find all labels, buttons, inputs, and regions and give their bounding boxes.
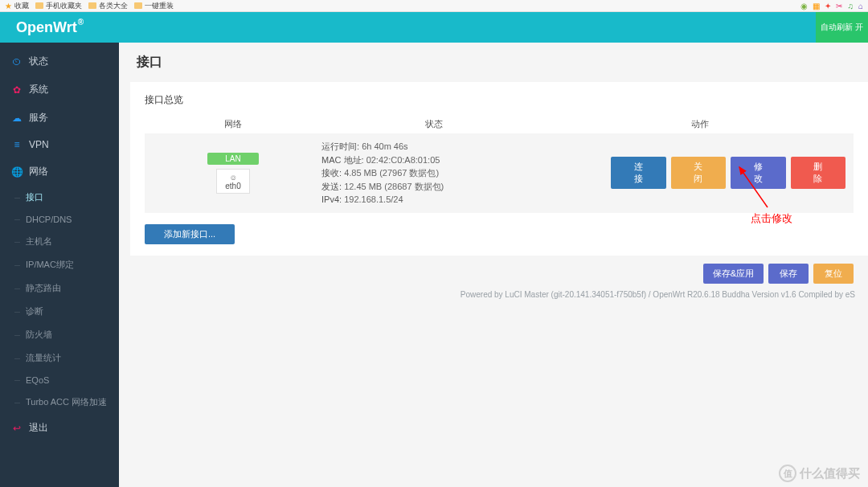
network-badge: LAN	[207, 153, 258, 165]
dashboard-icon: ⏲	[11, 56, 23, 68]
table-row: LAN ⌾ eth0 运行时间: 6h 40m 46s MAC 地址: 02:4…	[145, 133, 854, 213]
logout-icon: ↩	[11, 423, 23, 434]
cell-status: 运行时间: 6h 40m 46s MAC 地址: 02:42:C0:A8:01:…	[321, 140, 611, 207]
sidebar-sub-diag[interactable]: 诊断	[0, 300, 119, 323]
sidebar-sub-firewall[interactable]: 防火墙	[0, 323, 119, 346]
folder-icon	[35, 2, 43, 9]
col-network: 网络	[145, 118, 321, 130]
ifname-label: eth0	[225, 182, 240, 190]
sidebar-item-network[interactable]: 🌐网络	[0, 158, 119, 186]
sidebar-sub-traffic[interactable]: 流量统计	[0, 346, 119, 370]
ext-icon[interactable]: ♫	[847, 2, 854, 10]
interface-table: 网络 状态 动作 LAN ⌾ eth0 运行时间: 6h 40m 46s M	[145, 115, 854, 213]
sidebar: ⏲状态 ✿系统 ☁服务 ≡VPN 🌐网络 接口 DHCP/DNS 主机名 IP/…	[0, 43, 119, 487]
sidebar-sub-dhcpdns[interactable]: DHCP/DNS	[0, 209, 119, 230]
cloud-icon: ☁	[11, 113, 23, 124]
interface-overview-panel: 接口总览 网络 状态 动作 LAN ⌾ eth0	[130, 82, 868, 256]
ext-icon[interactable]: ✦	[825, 2, 831, 10]
header: OpenWrt® 自动刷新 开	[0, 12, 868, 43]
sidebar-sub-interfaces[interactable]: 接口	[0, 186, 119, 209]
bookmark-fav[interactable]: ★收藏	[5, 1, 29, 11]
ext-icon[interactable]: ✂	[836, 2, 842, 10]
brand-logo[interactable]: OpenWrt®	[16, 19, 84, 36]
ethernet-icon: ⌾	[231, 172, 236, 182]
footer-actions: 保存&应用 保存 复位	[130, 256, 868, 284]
edit-button[interactable]: 修改	[731, 157, 786, 189]
save-apply-button[interactable]: 保存&应用	[703, 264, 764, 284]
star-icon: ★	[5, 2, 12, 10]
sidebar-item-status[interactable]: ⏲状态	[0, 47, 119, 76]
sidebar-item-logout[interactable]: ↩退出	[0, 414, 119, 442]
watermark: 值 什么值得买	[779, 464, 860, 482]
table-header: 网络 状态 动作	[145, 115, 854, 133]
autorefresh-toggle[interactable]: 自动刷新 开	[816, 12, 868, 43]
folder-icon	[88, 2, 96, 9]
ext-icon[interactable]: ⌂	[858, 2, 863, 10]
browser-ext-tray: ◉ ▦ ✦ ✂ ♫ ⌂	[800, 2, 863, 10]
globe-icon: 🌐	[11, 166, 23, 178]
watermark-icon: 值	[779, 464, 796, 482]
main-content: 接口 接口总览 网络 状态 动作 LAN ⌾ eth0	[119, 43, 868, 487]
add-interface-button[interactable]: 添加新接口...	[145, 224, 235, 244]
reset-button[interactable]: 复位	[813, 264, 854, 284]
bars-icon: ≡	[11, 139, 23, 150]
sidebar-sub-turbo[interactable]: Turbo ACC 网络加速	[0, 391, 119, 414]
close-button[interactable]: 关闭	[671, 157, 727, 189]
cell-network: LAN ⌾ eth0	[145, 153, 321, 194]
cell-actions: 连接 关闭 修改 删除	[611, 157, 854, 189]
sidebar-sub-hostnames[interactable]: 主机名	[0, 230, 119, 253]
panel-heading: 接口总览	[145, 93, 854, 107]
ext-icon[interactable]: ◉	[800, 2, 808, 10]
sidebar-sub-eqos[interactable]: EQoS	[0, 370, 119, 391]
sidebar-sub-routes[interactable]: 静态路由	[0, 276, 119, 300]
col-status: 状态	[321, 118, 547, 130]
gear-icon: ✿	[11, 84, 23, 96]
sidebar-sub-ipmac[interactable]: IP/MAC绑定	[0, 253, 119, 276]
sidebar-item-system[interactable]: ✿系统	[0, 76, 119, 104]
bookmark-bar: ★收藏 手机收藏夹 各类大全 一键重装 ◉ ▦ ✦ ✂ ♫ ⌂	[0, 0, 868, 12]
page-title: 接口	[137, 54, 868, 71]
ext-icon[interactable]: ▦	[813, 2, 820, 10]
col-action: 动作	[547, 118, 854, 130]
sidebar-item-vpn[interactable]: ≡VPN	[0, 132, 119, 158]
folder-icon	[134, 2, 142, 9]
bookmark-mobile[interactable]: 手机收藏夹	[35, 1, 82, 11]
interface-chip[interactable]: ⌾ eth0	[216, 169, 249, 194]
bookmark-all[interactable]: 各类大全	[88, 1, 128, 11]
sidebar-item-services[interactable]: ☁服务	[0, 104, 119, 132]
connect-button[interactable]: 连接	[611, 157, 666, 189]
delete-button[interactable]: 删除	[791, 157, 846, 189]
save-button[interactable]: 保存	[768, 264, 809, 284]
bookmark-reinstall[interactable]: 一键重装	[134, 1, 174, 11]
footer-credits: Powered by LuCI Master (git-20.141.34051…	[130, 284, 868, 299]
